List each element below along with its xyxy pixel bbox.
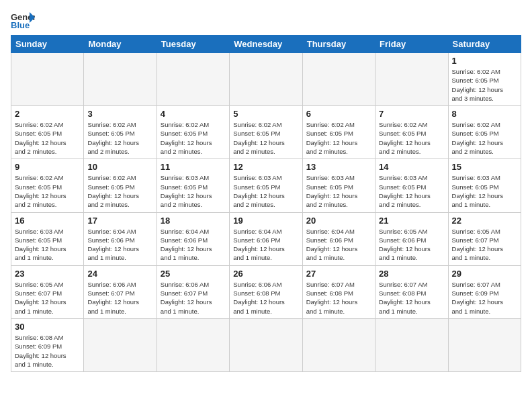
day-header-saturday: Saturday <box>448 36 521 53</box>
day-number: 13 <box>306 162 371 172</box>
day-info: Sunrise: 6:02 AM Sunset: 6:05 PM Dayligh… <box>306 120 371 156</box>
day-number: 25 <box>161 269 226 279</box>
day-info: Sunrise: 6:04 AM Sunset: 6:06 PM Dayligh… <box>161 227 226 263</box>
day-header-thursday: Thursday <box>302 36 375 53</box>
day-number: 20 <box>306 216 371 226</box>
week-row-6: 30Sunrise: 6:08 AM Sunset: 6:09 PM Dayli… <box>11 318 521 371</box>
day-number: 6 <box>306 109 371 119</box>
logo: General Blue <box>11 11 38 30</box>
day-number: 29 <box>452 269 517 279</box>
day-info: Sunrise: 6:06 AM Sunset: 6:08 PM Dayligh… <box>233 280 298 316</box>
calendar-cell <box>157 53 229 106</box>
calendar-cell: 26Sunrise: 6:06 AM Sunset: 6:08 PM Dayli… <box>230 265 302 318</box>
calendar-cell: 2Sunrise: 6:02 AM Sunset: 6:05 PM Daylig… <box>11 106 84 159</box>
calendar-cell: 15Sunrise: 6:03 AM Sunset: 6:05 PM Dayli… <box>448 159 521 212</box>
day-number: 7 <box>379 109 444 119</box>
calendar-cell: 4Sunrise: 6:02 AM Sunset: 6:05 PM Daylig… <box>157 106 229 159</box>
day-number: 5 <box>233 109 298 119</box>
day-number: 16 <box>15 216 80 226</box>
day-number: 19 <box>233 216 298 226</box>
calendar-cell <box>302 53 375 106</box>
day-info: Sunrise: 6:05 AM Sunset: 6:07 PM Dayligh… <box>452 227 517 263</box>
page-header: General Blue <box>11 11 521 30</box>
day-number: 18 <box>161 216 226 226</box>
day-info: Sunrise: 6:02 AM Sunset: 6:05 PM Dayligh… <box>15 120 80 156</box>
calendar-cell: 1Sunrise: 6:02 AM Sunset: 6:05 PM Daylig… <box>448 53 521 106</box>
calendar-cell <box>448 318 521 371</box>
calendar-cell: 13Sunrise: 6:03 AM Sunset: 6:05 PM Dayli… <box>302 159 375 212</box>
day-info: Sunrise: 6:02 AM Sunset: 6:05 PM Dayligh… <box>15 173 80 209</box>
calendar-table: SundayMondayTuesdayWednesdayThursdayFrid… <box>11 35 521 372</box>
day-info: Sunrise: 6:03 AM Sunset: 6:05 PM Dayligh… <box>452 173 517 209</box>
day-info: Sunrise: 6:07 AM Sunset: 6:09 PM Dayligh… <box>452 280 517 316</box>
day-number: 21 <box>379 216 444 226</box>
calendar-cell <box>84 53 157 106</box>
day-number: 8 <box>452 109 517 119</box>
calendar-cell: 18Sunrise: 6:04 AM Sunset: 6:06 PM Dayli… <box>157 212 229 265</box>
calendar-cell: 29Sunrise: 6:07 AM Sunset: 6:09 PM Dayli… <box>448 265 521 318</box>
week-row-1: 1Sunrise: 6:02 AM Sunset: 6:05 PM Daylig… <box>11 53 521 106</box>
day-info: Sunrise: 6:02 AM Sunset: 6:05 PM Dayligh… <box>161 120 226 156</box>
calendar-cell <box>230 53 302 106</box>
calendar-cell: 12Sunrise: 6:03 AM Sunset: 6:05 PM Dayli… <box>230 159 302 212</box>
calendar-cell: 28Sunrise: 6:07 AM Sunset: 6:08 PM Dayli… <box>375 265 448 318</box>
calendar-cell: 11Sunrise: 6:03 AM Sunset: 6:05 PM Dayli… <box>157 159 229 212</box>
day-info: Sunrise: 6:02 AM Sunset: 6:05 PM Dayligh… <box>87 120 152 156</box>
day-header-monday: Monday <box>84 36 157 53</box>
week-row-5: 23Sunrise: 6:05 AM Sunset: 6:07 PM Dayli… <box>11 265 521 318</box>
calendar-cell: 23Sunrise: 6:05 AM Sunset: 6:07 PM Dayli… <box>11 265 84 318</box>
day-number: 15 <box>452 162 517 172</box>
week-row-2: 2Sunrise: 6:02 AM Sunset: 6:05 PM Daylig… <box>11 106 521 159</box>
day-number: 9 <box>15 162 80 172</box>
calendar-cell: 19Sunrise: 6:04 AM Sunset: 6:06 PM Dayli… <box>230 212 302 265</box>
day-info: Sunrise: 6:05 AM Sunset: 6:07 PM Dayligh… <box>15 280 80 316</box>
day-info: Sunrise: 6:07 AM Sunset: 6:08 PM Dayligh… <box>379 280 444 316</box>
day-info: Sunrise: 6:02 AM Sunset: 6:05 PM Dayligh… <box>452 120 517 156</box>
day-number: 27 <box>306 269 371 279</box>
calendar-cell: 14Sunrise: 6:03 AM Sunset: 6:05 PM Dayli… <box>375 159 448 212</box>
calendar-cell: 17Sunrise: 6:04 AM Sunset: 6:06 PM Dayli… <box>84 212 157 265</box>
calendar-cell: 27Sunrise: 6:07 AM Sunset: 6:08 PM Dayli… <box>302 265 375 318</box>
calendar-cell: 16Sunrise: 6:03 AM Sunset: 6:05 PM Dayli… <box>11 212 84 265</box>
day-info: Sunrise: 6:04 AM Sunset: 6:06 PM Dayligh… <box>87 227 152 263</box>
header-row: SundayMondayTuesdayWednesdayThursdayFrid… <box>11 36 521 53</box>
day-number: 17 <box>87 216 152 226</box>
day-number: 28 <box>379 269 444 279</box>
day-number: 10 <box>87 162 152 172</box>
logo-icon: General Blue <box>11 11 35 30</box>
calendar-cell <box>230 318 302 371</box>
day-info: Sunrise: 6:04 AM Sunset: 6:06 PM Dayligh… <box>306 227 371 263</box>
calendar-cell: 21Sunrise: 6:05 AM Sunset: 6:06 PM Dayli… <box>375 212 448 265</box>
day-info: Sunrise: 6:03 AM Sunset: 6:05 PM Dayligh… <box>161 173 226 209</box>
day-info: Sunrise: 6:03 AM Sunset: 6:05 PM Dayligh… <box>306 173 371 209</box>
calendar-cell: 20Sunrise: 6:04 AM Sunset: 6:06 PM Dayli… <box>302 212 375 265</box>
day-info: Sunrise: 6:05 AM Sunset: 6:06 PM Dayligh… <box>379 227 444 263</box>
day-header-sunday: Sunday <box>11 36 84 53</box>
day-info: Sunrise: 6:06 AM Sunset: 6:07 PM Dayligh… <box>87 280 152 316</box>
svg-text:Blue: Blue <box>11 20 30 30</box>
calendar-cell: 8Sunrise: 6:02 AM Sunset: 6:05 PM Daylig… <box>448 106 521 159</box>
day-number: 4 <box>161 109 226 119</box>
calendar-cell <box>157 318 229 371</box>
day-number: 3 <box>87 109 152 119</box>
calendar-cell: 24Sunrise: 6:06 AM Sunset: 6:07 PM Dayli… <box>84 265 157 318</box>
day-number: 14 <box>379 162 444 172</box>
day-info: Sunrise: 6:02 AM Sunset: 6:05 PM Dayligh… <box>452 67 517 103</box>
calendar-cell: 10Sunrise: 6:02 AM Sunset: 6:05 PM Dayli… <box>84 159 157 212</box>
day-number: 12 <box>233 162 298 172</box>
day-info: Sunrise: 6:08 AM Sunset: 6:09 PM Dayligh… <box>15 333 80 369</box>
day-info: Sunrise: 6:02 AM Sunset: 6:05 PM Dayligh… <box>87 173 152 209</box>
day-number: 22 <box>452 216 517 226</box>
day-number: 11 <box>161 162 226 172</box>
calendar-cell: 25Sunrise: 6:06 AM Sunset: 6:07 PM Dayli… <box>157 265 229 318</box>
day-info: Sunrise: 6:03 AM Sunset: 6:05 PM Dayligh… <box>15 227 80 263</box>
calendar-cell <box>375 53 448 106</box>
calendar-cell: 5Sunrise: 6:02 AM Sunset: 6:05 PM Daylig… <box>230 106 302 159</box>
day-header-tuesday: Tuesday <box>157 36 229 53</box>
day-number: 24 <box>87 269 152 279</box>
day-number: 23 <box>15 269 80 279</box>
day-info: Sunrise: 6:03 AM Sunset: 6:05 PM Dayligh… <box>233 173 298 209</box>
day-number: 30 <box>15 322 80 332</box>
day-info: Sunrise: 6:02 AM Sunset: 6:05 PM Dayligh… <box>233 120 298 156</box>
day-header-wednesday: Wednesday <box>230 36 302 53</box>
